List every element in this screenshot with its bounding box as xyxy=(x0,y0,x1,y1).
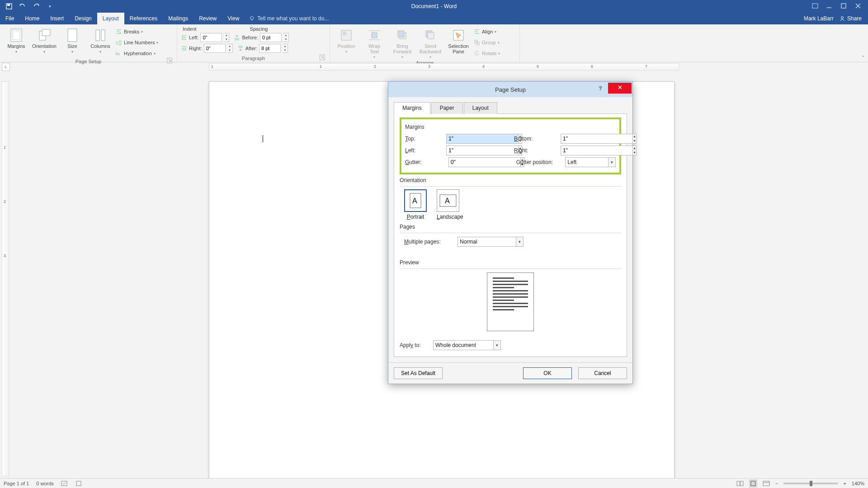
group-button[interactable]: Group ▾ xyxy=(474,38,500,47)
zoom-out-button[interactable]: − xyxy=(775,481,778,486)
dialog-tabs: Margins Paper Layout xyxy=(394,102,627,114)
dialog-titlebar[interactable]: Page Setup ? ✕ xyxy=(388,82,632,97)
margin-bottom-input[interactable]: ▲▼ xyxy=(561,134,616,144)
view-web-icon[interactable] xyxy=(763,480,770,487)
indent-right[interactable]: Right:▲▼ xyxy=(181,43,233,53)
ok-button[interactable]: OK xyxy=(523,367,572,379)
preview-section-label: Preview xyxy=(400,259,621,266)
tab-layout[interactable]: Layout xyxy=(97,13,124,24)
spellcheck-icon[interactable] xyxy=(61,480,68,487)
undo-icon[interactable] xyxy=(19,3,26,10)
tell-me-placeholder: Tell me what you want to do... xyxy=(257,15,329,22)
tab-design[interactable]: Design xyxy=(69,13,97,24)
bring-forward-button[interactable]: BringForward▾ xyxy=(390,26,415,59)
multiple-pages-select[interactable]: Normal▾ xyxy=(458,237,524,247)
align-button[interactable]: Align ▾ xyxy=(474,27,500,36)
user-name[interactable]: Mark LaBarr xyxy=(804,15,834,22)
position-button[interactable]: Position▾ xyxy=(334,26,359,54)
orientation-button[interactable]: Orientation▾ xyxy=(32,26,57,54)
close-icon[interactable] xyxy=(855,3,862,9)
line-numbers-button[interactable]: 1Line Numbers ▾ xyxy=(116,38,158,47)
margin-top-label: Top: xyxy=(405,136,443,142)
zoom-slider[interactable] xyxy=(783,483,838,484)
macro-icon[interactable] xyxy=(75,480,82,487)
rotate-icon xyxy=(474,50,480,56)
tab-insert[interactable]: Insert xyxy=(45,13,69,24)
page-setup-launcher[interactable]: ↘ xyxy=(167,58,172,63)
apply-to-select[interactable]: Whole document▾ xyxy=(433,340,501,350)
tab-mailings[interactable]: Mailings xyxy=(163,13,193,24)
page-setup-dialog: Page Setup ? ✕ Margins Paper Layout Marg… xyxy=(388,81,633,384)
group-label: Page Setup xyxy=(75,59,102,64)
collapse-ribbon-icon[interactable]: ˄ xyxy=(862,55,864,60)
share-button[interactable]: Share xyxy=(839,15,862,22)
indent-right-icon xyxy=(181,45,187,52)
view-read-icon[interactable] xyxy=(736,480,744,487)
lightbulb-icon xyxy=(249,16,255,21)
tell-me-search[interactable]: Tell me what you want to do... xyxy=(245,13,329,24)
qat-customize-icon[interactable]: ▾ xyxy=(46,3,53,10)
margin-top-input[interactable]: ▲▼ xyxy=(446,134,501,144)
dialog-tab-margins[interactable]: Margins xyxy=(394,102,430,114)
tab-home[interactable]: Home xyxy=(19,13,45,24)
tab-review[interactable]: Review xyxy=(193,13,222,24)
margins-button[interactable]: Margins▾ xyxy=(4,26,29,54)
paragraph-launcher[interactable]: ↘ xyxy=(320,55,325,60)
vertical-ruler[interactable]: 123 xyxy=(2,81,9,476)
hyphenation-icon: bc xyxy=(116,50,122,56)
zoom-level[interactable]: 140% xyxy=(852,481,864,486)
tab-references[interactable]: References xyxy=(124,13,163,24)
gutter-input[interactable]: ▲▼ xyxy=(448,157,504,167)
spacing-after[interactable]: After:▲▼ xyxy=(237,43,288,53)
dialog-tab-paper[interactable]: Paper xyxy=(431,102,463,114)
set-as-default-button[interactable]: Set As Default xyxy=(394,367,443,379)
margin-right-input[interactable]: ▲▼ xyxy=(561,145,616,155)
svg-rect-16 xyxy=(101,30,105,41)
dialog-title: Page Setup xyxy=(495,86,526,93)
margins-section-label: Margins xyxy=(405,124,616,130)
selection-pane-button[interactable]: SelectionPane xyxy=(446,26,471,54)
tab-view[interactable]: View xyxy=(222,13,245,24)
svg-rect-45 xyxy=(751,481,755,486)
hyphenation-button[interactable]: bcHyphenation ▾ xyxy=(116,49,158,58)
columns-button[interactable]: Columns▾ xyxy=(88,26,113,54)
view-print-icon[interactable] xyxy=(749,479,757,488)
status-words[interactable]: 0 words xyxy=(36,481,54,486)
save-icon[interactable] xyxy=(5,3,13,10)
spacing-before[interactable]: Before:▲▼ xyxy=(234,33,288,42)
indent-left[interactable]: Left:▲▼ xyxy=(181,33,229,42)
orientation-portrait[interactable]: A Portrait xyxy=(404,189,427,220)
horizontal-ruler[interactable]: 1 1 2 3 4 5 6 7 xyxy=(209,63,679,70)
margin-left-input[interactable]: ▲▼ xyxy=(446,145,501,155)
maximize-icon[interactable] xyxy=(841,3,847,9)
dialog-close-button[interactable]: ✕ xyxy=(608,83,632,94)
line-numbers-icon: 1 xyxy=(116,39,122,46)
spacing-after-icon xyxy=(237,45,244,52)
wrap-text-button[interactable]: WrapText▾ xyxy=(362,26,387,59)
ribbon-display-icon[interactable] xyxy=(812,3,818,9)
status-page[interactable]: Page 1 of 1 xyxy=(4,481,29,486)
dialog-help-icon[interactable]: ? xyxy=(594,84,606,94)
svg-rect-14 xyxy=(68,29,77,42)
dialog-tab-layout[interactable]: Layout xyxy=(464,102,497,114)
minimize-icon[interactable] xyxy=(826,3,833,9)
redo-icon[interactable] xyxy=(33,3,40,10)
text-caret xyxy=(263,135,263,142)
svg-rect-46 xyxy=(763,481,769,486)
orientation-landscape[interactable]: A Landscape xyxy=(437,189,463,220)
cancel-button[interactable]: Cancel xyxy=(578,367,627,379)
orientation-section-label: Orientation xyxy=(400,177,621,183)
size-button[interactable]: Size▾ xyxy=(60,26,85,54)
rotate-button[interactable]: Rotate ▾ xyxy=(474,49,500,58)
zoom-in-button[interactable]: + xyxy=(843,481,846,486)
gutter-label: Gutter: xyxy=(405,159,445,165)
tab-file[interactable]: File xyxy=(0,13,19,24)
gutter-position-select[interactable]: Left▾ xyxy=(565,157,616,167)
multiple-pages-label: Multiple pages: xyxy=(404,239,454,245)
breaks-button[interactable]: Breaks ▾ xyxy=(116,27,158,36)
indent-left-icon xyxy=(181,34,187,41)
svg-rect-41 xyxy=(61,481,67,486)
send-backward-button[interactable]: SendBackward▾ xyxy=(418,26,443,59)
svg-rect-30 xyxy=(428,33,434,39)
quick-access-toolbar: ▾ xyxy=(0,3,53,10)
